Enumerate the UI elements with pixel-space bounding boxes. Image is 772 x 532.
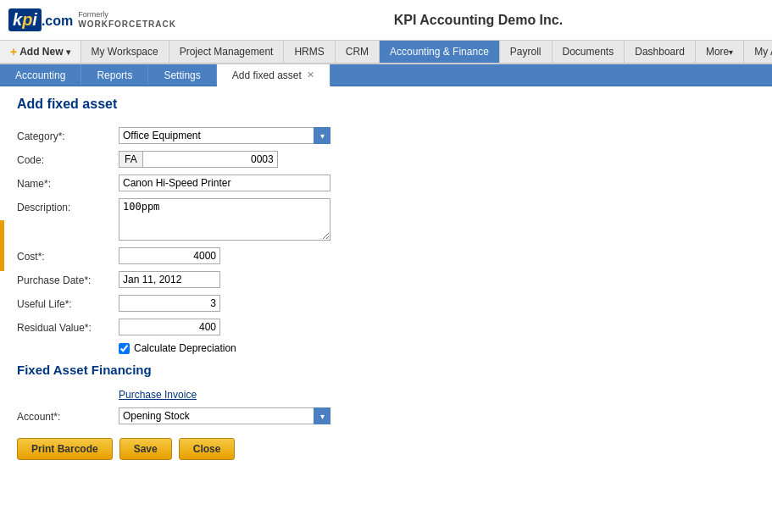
app-header: kpi .com Formerly WORKFORCETRACK KPI Acc…	[0, 0, 772, 41]
purchase-date-input[interactable]	[119, 271, 220, 288]
account-label: Account*:	[17, 407, 119, 423]
cost-label: Cost*:	[17, 247, 119, 263]
nav-hrms[interactable]: HRMS	[284, 41, 335, 63]
name-label: Name*:	[17, 175, 119, 190]
account-select[interactable]: Opening Stock	[119, 407, 330, 424]
nav-payroll[interactable]: Payroll	[500, 41, 553, 63]
description-input[interactable]: 100ppm	[119, 198, 330, 241]
code-input[interactable]	[142, 151, 278, 168]
residual-value-label: Residual Value*:	[17, 319, 119, 334]
save-button[interactable]: Save	[119, 438, 172, 460]
logo: kpi .com Formerly WORKFORCETRACK	[8, 8, 176, 31]
close-button[interactable]: Close	[179, 438, 236, 460]
description-label: Description:	[17, 198, 119, 213]
button-row: Print Barcode Save Close	[17, 438, 755, 460]
nav-add-new[interactable]: + Add New ▾	[0, 41, 81, 63]
calculate-depreciation-checkbox[interactable]	[119, 343, 130, 354]
logo-dot-com: .com	[42, 14, 73, 29]
name-row: Name*:	[17, 175, 755, 191]
nav-dashboard[interactable]: Dashboard	[625, 41, 696, 63]
calculate-depreciation-label: Calculate Depreciation	[134, 342, 236, 354]
purchase-date-label: Purchase Date*:	[17, 271, 119, 286]
subnav-add-fixed-asset[interactable]: Add fixed asset ✕	[217, 64, 330, 86]
close-tab-icon[interactable]: ✕	[307, 70, 314, 80]
nav-crm[interactable]: CRM	[336, 41, 380, 63]
residual-value-row: Residual Value*:	[17, 319, 755, 335]
nav-more[interactable]: More	[696, 41, 744, 63]
nav-documents[interactable]: Documents	[553, 41, 625, 63]
plus-icon: +	[10, 45, 17, 58]
category-label: Category*:	[17, 127, 119, 142]
purchase-date-row: Purchase Date*:	[17, 271, 755, 288]
account-row: Account*: Opening Stock ▾	[17, 407, 755, 424]
cost-input[interactable]	[119, 247, 220, 264]
category-select[interactable]: Office Equipment	[119, 127, 330, 144]
category-row: Category*: Office Equipment ▾	[17, 127, 755, 144]
nav-project-management[interactable]: Project Management	[169, 41, 285, 63]
description-row: Description: 100ppm	[17, 198, 755, 241]
calculate-depreciation-row: Calculate Depreciation	[119, 342, 755, 354]
cost-row: Cost*:	[17, 247, 755, 264]
sub-navbar: Accounting Reports Settings Add fixed as…	[0, 64, 772, 86]
useful-life-input[interactable]	[119, 295, 220, 312]
subnav-accounting[interactable]: Accounting	[0, 64, 81, 86]
nav-my-account[interactable]: My Account	[744, 41, 772, 63]
kpi-logo-box: kpi .com	[8, 8, 73, 31]
code-prefix: FA	[119, 151, 142, 168]
code-row: Code: FA	[17, 151, 755, 168]
name-input[interactable]	[119, 175, 330, 191]
purchase-invoice-link[interactable]: Purchase Invoice	[119, 389, 755, 401]
useful-life-row: Useful Life*:	[17, 295, 755, 312]
financing-section-title: Fixed Asset Financing	[17, 363, 755, 380]
subnav-settings[interactable]: Settings	[148, 64, 216, 86]
form-section-title: Add fixed asset	[17, 97, 755, 115]
useful-life-label: Useful Life*:	[17, 295, 119, 310]
nav-my-workspace[interactable]: My Workspace	[81, 41, 169, 63]
print-barcode-button[interactable]: Print Barcode	[17, 438, 113, 460]
add-new-arrow: ▾	[66, 47, 70, 57]
formerly-label: Formerly WORKFORCETRACK	[78, 10, 176, 30]
code-input-group: FA	[119, 151, 278, 168]
left-accent-bar	[0, 220, 4, 271]
main-content: Add fixed asset Category*: Office Equipm…	[0, 86, 772, 470]
app-title: KPI Accounting Demo Inc.	[193, 13, 764, 28]
account-select-wrapper: Opening Stock ▾	[119, 407, 330, 424]
main-navbar: + Add New ▾ My Workspace Project Managem…	[0, 41, 772, 64]
subnav-reports[interactable]: Reports	[81, 64, 148, 86]
code-label: Code:	[17, 151, 119, 166]
residual-value-input[interactable]	[119, 319, 220, 335]
kpi-text: kpi	[8, 8, 42, 31]
nav-accounting-finance[interactable]: Accounting & Finance	[380, 41, 500, 63]
category-select-wrapper: Office Equipment ▾	[119, 127, 330, 144]
